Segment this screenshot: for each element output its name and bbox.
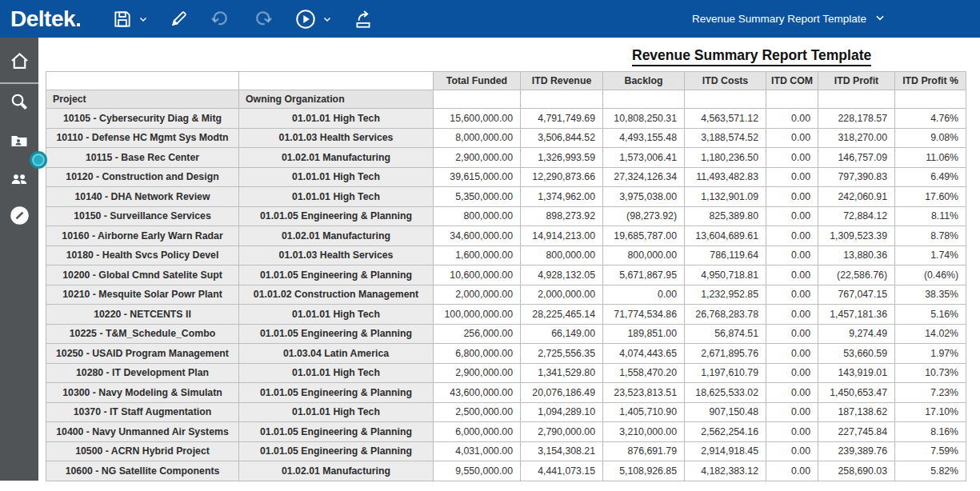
cell-total-funded[interactable]: 6,000,000.00	[434, 422, 521, 442]
cell-itd-com[interactable]: 0.00	[766, 128, 818, 148]
column-header-itd-com[interactable]: ITD COM	[766, 72, 818, 90]
cell-org[interactable]: 01.01.01 High Tech	[239, 305, 434, 325]
cell-project[interactable]: 10160 - Airborne Early Warn Radar	[46, 226, 239, 246]
cell-itd-com[interactable]: 0.00	[766, 265, 818, 285]
cell-itd-costs[interactable]: 3,188,574.52	[685, 128, 766, 148]
cell-itd-profit-pct[interactable]: 38.35%	[895, 285, 966, 305]
cell-itd-profit-pct[interactable]: 9.08%	[895, 128, 966, 148]
cell-project[interactable]: 10500 - ACRN Hybrid Project	[46, 441, 239, 461]
cell-org[interactable]: 01.01.05 Engineering & Planning	[239, 422, 434, 442]
cell-itd-profit-pct[interactable]: 17.10%	[895, 402, 966, 422]
cell-total-funded[interactable]: 2,000,000.00	[434, 285, 521, 305]
cell-itd-profit[interactable]: 242,060.91	[818, 187, 895, 207]
cell-itd-costs[interactable]: 13,604,689.61	[685, 226, 766, 246]
cell-itd-profit[interactable]: 53,660.59	[818, 344, 895, 364]
run-button[interactable]	[294, 8, 317, 30]
save-button[interactable]	[112, 9, 133, 30]
redo-button[interactable]	[252, 8, 274, 30]
cell-total-funded[interactable]: 9,550,000.00	[434, 461, 521, 481]
cell-itd-com[interactable]: 0.00	[766, 441, 818, 461]
cell-itd-costs[interactable]: 1,180,236.50	[685, 148, 766, 168]
cell-itd-profit[interactable]: 797,390.83	[818, 167, 895, 187]
cell-itd-com[interactable]: 0.00	[766, 363, 818, 383]
cell-itd-revenue[interactable]: 2,725,556.35	[521, 344, 603, 364]
cell-org[interactable]: 01.01.02 Construction Management	[239, 285, 434, 305]
cell-backlog[interactable]: 1,573,006.41	[603, 148, 685, 168]
cell-project[interactable]: 10600 - NG Satellite Components	[46, 461, 239, 481]
cell-project[interactable]: 10300 - Navy Modeling & Simulatn	[46, 383, 239, 403]
cell-total-funded[interactable]: 8,000,000.00	[434, 128, 521, 148]
cell-itd-costs[interactable]: 11,493,482.83	[685, 167, 766, 187]
cell-itd-profit-pct[interactable]: 7.23%	[895, 383, 966, 403]
cell-itd-costs[interactable]: 18,625,533.02	[685, 383, 766, 403]
cell-itd-profit[interactable]: 258,690.03	[818, 461, 895, 481]
cell-project[interactable]: 10140 - DHA Network Review	[46, 187, 239, 207]
cell-itd-com[interactable]: 0.00	[766, 206, 818, 226]
save-menu-button[interactable]	[138, 14, 148, 24]
cell-project[interactable]: 10110 - Defense HC Mgmt Sys Modtn	[46, 128, 239, 148]
cell-itd-revenue[interactable]: 1,094,289.10	[521, 402, 603, 422]
cell-itd-revenue[interactable]: 898,273.92	[521, 206, 603, 226]
column-header-itd-profit[interactable]: ITD Profit	[818, 72, 895, 90]
cell-itd-costs[interactable]: 825,389.80	[685, 206, 766, 226]
cell-itd-costs[interactable]: 2,562,254.16	[685, 422, 766, 442]
undo-button[interactable]	[210, 8, 231, 30]
edit-button[interactable]	[169, 9, 189, 29]
cell-itd-com[interactable]: 0.00	[766, 167, 818, 187]
cell-itd-profit[interactable]: 72,884.12	[818, 206, 895, 226]
cell-itd-costs[interactable]: 786,119.64	[685, 246, 766, 265]
cell-itd-com[interactable]: 0.00	[766, 246, 818, 265]
export-button[interactable]	[353, 9, 374, 30]
cell-project[interactable]: 10180 - Health Svcs Policy Devel	[46, 246, 239, 265]
cell-itd-costs[interactable]: 1,197,610.79	[685, 363, 766, 383]
cell-itd-profit-pct[interactable]: 17.60%	[895, 187, 966, 207]
cell-itd-costs[interactable]: 1,132,901.09	[685, 187, 766, 207]
cell-org[interactable]: 01.01.05 Engineering & Planning	[239, 324, 434, 344]
cell-org[interactable]: 01.02.01 Manufacturing	[239, 461, 434, 481]
cell-itd-costs[interactable]: 56,874.51	[685, 324, 766, 344]
cell-itd-revenue[interactable]: 800,000.00	[521, 246, 603, 265]
cell-itd-profit[interactable]: 143,919.01	[818, 363, 895, 383]
cell-itd-profit-pct[interactable]: 11.06%	[895, 148, 966, 168]
cell-itd-revenue[interactable]: 3,154,308.21	[521, 441, 603, 461]
column-header-itd-profit-pct[interactable]: ITD Profit %	[895, 72, 966, 90]
cell-itd-com[interactable]: 0.00	[766, 285, 818, 305]
cell-itd-profit-pct[interactable]: 8.16%	[895, 422, 966, 442]
cell-backlog[interactable]: 1,558,470.20	[603, 363, 685, 383]
cell-itd-com[interactable]: 0.00	[766, 383, 818, 403]
run-menu-button[interactable]	[322, 14, 332, 24]
cell-itd-revenue[interactable]: 12,290,873.66	[521, 167, 603, 187]
cell-org[interactable]: 01.01.05 Engineering & Planning	[239, 265, 434, 285]
cell-itd-profit-pct[interactable]: 6.49%	[895, 167, 966, 187]
cell-itd-revenue[interactable]: 4,441,073.15	[521, 461, 603, 481]
column-header-owning-organization[interactable]: Owning Organization	[239, 90, 434, 109]
cell-backlog[interactable]: 5,108,926.85	[603, 461, 685, 481]
cell-total-funded[interactable]: 39,615,000.00	[434, 167, 521, 187]
cell-itd-com[interactable]: 0.00	[766, 344, 818, 364]
cell-org[interactable]: 01.01.01 High Tech	[239, 363, 434, 383]
cell-total-funded[interactable]: 4,031,000.00	[434, 441, 521, 461]
cell-itd-profit-pct[interactable]: 4.76%	[895, 109, 966, 129]
cell-itd-profit[interactable]: 767,047.15	[818, 285, 895, 305]
cell-project[interactable]: 10400 - Navy Unmanned Air Systems	[46, 422, 239, 442]
cell-org[interactable]: 01.01.01 High Tech	[239, 402, 434, 422]
cell-org[interactable]: 01.01.01 High Tech	[239, 109, 434, 129]
cell-itd-profit[interactable]: 239,389.76	[818, 441, 895, 461]
cell-total-funded[interactable]: 6,800,000.00	[434, 344, 521, 364]
cell-itd-revenue[interactable]: 66,149.00	[521, 324, 603, 344]
cell-project[interactable]: 10105 - Cybersecurity Diag & Mitg	[46, 109, 239, 129]
cell-org[interactable]: 01.01.05 Engineering & Planning	[239, 383, 434, 403]
cell-itd-com[interactable]: 0.00	[766, 187, 818, 207]
cell-org[interactable]: 01.01.05 Engineering & Planning	[239, 206, 434, 226]
cell-total-funded[interactable]: 2,900,000.00	[434, 363, 521, 383]
cell-itd-com[interactable]: 0.00	[766, 461, 818, 481]
cell-itd-costs[interactable]: 2,671,895.76	[685, 344, 766, 364]
cell-itd-costs[interactable]: 2,914,918.45	[685, 441, 766, 461]
cell-itd-profit-pct[interactable]: 1.97%	[895, 344, 966, 364]
cell-project[interactable]: 10210 - Mesquite Solar Powr Plant	[46, 285, 239, 305]
cell-itd-profit-pct[interactable]: 5.82%	[895, 461, 966, 481]
cell-project[interactable]: 10200 - Global Cmnd Satelite Supt	[46, 265, 239, 285]
cell-itd-profit-pct[interactable]: 14.02%	[895, 324, 966, 344]
cell-itd-revenue[interactable]: 3,506,844.52	[521, 128, 603, 148]
cell-itd-profit[interactable]: 146,757.09	[818, 148, 895, 168]
